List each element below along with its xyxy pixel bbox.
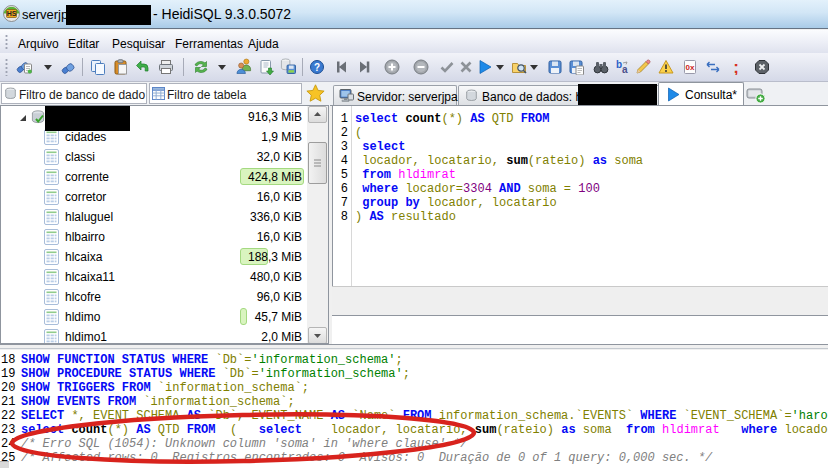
svg-text:0x: 0x <box>686 63 695 72</box>
svg-text:a: a <box>622 64 628 75</box>
svg-text:;: ; <box>733 59 739 75</box>
svg-text:HS: HS <box>7 10 17 17</box>
svg-text:?: ? <box>314 62 320 73</box>
